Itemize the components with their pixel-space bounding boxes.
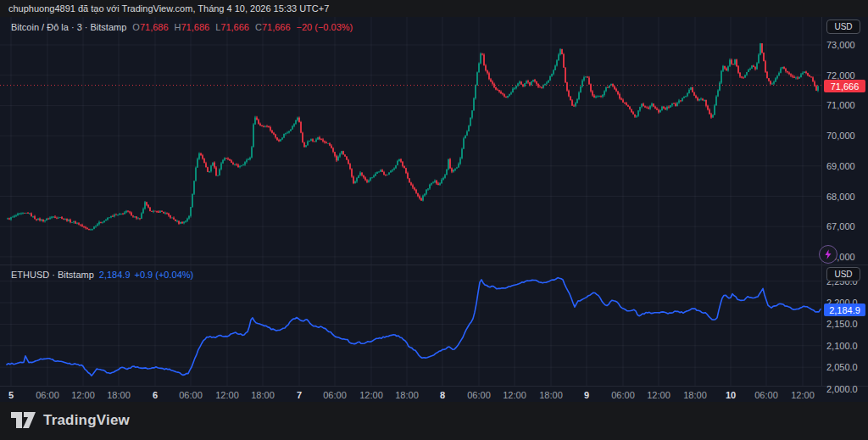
tradingview-logo[interactable]: TradingView bbox=[10, 411, 130, 429]
btc-symbol-title: Bitcoin / Đô la · 3 · Bitstamp bbox=[11, 22, 126, 32]
time-axis-label: 06:00 bbox=[323, 390, 347, 400]
btc-change: −20 (−0.03%) bbox=[297, 22, 353, 32]
time-axis-label: 8 bbox=[440, 390, 445, 400]
eth-legend[interactable]: ETHUSD · Bitstamp2,184.9+0.9 (+0.04%) bbox=[11, 270, 193, 280]
close-label: C bbox=[255, 22, 262, 32]
tradingview-wordmark: TradingView bbox=[43, 412, 130, 429]
time-axis-label: 9 bbox=[584, 390, 589, 400]
time-axis-label: 10 bbox=[726, 390, 736, 400]
eth-last-value: 2,184.9 bbox=[99, 270, 131, 280]
time-axis-label: 18:00 bbox=[539, 390, 563, 400]
boost-button[interactable] bbox=[819, 245, 837, 264]
eth-price-axis-label: 2,100.0 bbox=[826, 341, 867, 351]
btc-candlestick-pane[interactable] bbox=[0, 17, 868, 265]
pane-divider[interactable] bbox=[0, 265, 868, 265]
high-value: 71,686 bbox=[181, 22, 210, 32]
eth-price-axis-label: 2,150.0 bbox=[826, 319, 867, 329]
tradingview-published-chart: chuphuong4891 đã tạo với TradingView.com… bbox=[0, 0, 868, 440]
chart-widget[interactable]: Bitcoin / Đô la · 3 · BitstampO71,686H71… bbox=[0, 17, 868, 402]
eth-symbol-title: ETHUSD · Bitstamp bbox=[11, 270, 94, 280]
close-value: 71,666 bbox=[262, 22, 291, 32]
eth-price-axis-label: 2,000.0 bbox=[826, 384, 867, 394]
btc-legend[interactable]: Bitcoin / Đô la · 3 · BitstampO71,686H71… bbox=[11, 22, 353, 32]
open-value: 71,686 bbox=[140, 22, 169, 32]
eth-line-pane[interactable] bbox=[0, 265, 868, 386]
time-axis-label: 7 bbox=[297, 390, 302, 400]
time-axis-label: 06:00 bbox=[611, 390, 635, 400]
open-label: O bbox=[132, 22, 140, 32]
time-axis-label: 12:00 bbox=[215, 390, 239, 400]
time-axis-label: 18:00 bbox=[683, 390, 707, 400]
time-axis-label: 12:00 bbox=[791, 390, 815, 400]
time-axis-divider bbox=[0, 386, 868, 387]
time-axis-label: 18:00 bbox=[395, 390, 419, 400]
tradingview-logo-mark bbox=[10, 411, 36, 429]
time-axis-label: 12:00 bbox=[647, 390, 670, 400]
btc-candlestick-chart bbox=[0, 17, 868, 265]
attribution-bar: chuphuong4891 đã tạo với TradingView.com… bbox=[0, 0, 868, 17]
time-axis-label: 18:00 bbox=[107, 390, 131, 400]
btc-price-axis-label: 71,000 bbox=[826, 100, 867, 110]
time-axis-label: 6 bbox=[153, 390, 158, 400]
btc-price-axis-label: 67,000 bbox=[826, 221, 867, 231]
footer-bar: TradingView bbox=[0, 402, 868, 440]
eth-last-price-badge: 2,184.9 bbox=[824, 304, 865, 316]
btc-price-axis-label: 68,000 bbox=[826, 192, 867, 202]
btc-price-axis-label: 69,000 bbox=[826, 161, 867, 171]
eth-line-chart bbox=[0, 265, 868, 386]
time-axis-label: 06:00 bbox=[36, 390, 59, 400]
attribution-text: chuphuong4891 đã tạo với TradingView.com… bbox=[8, 3, 329, 14]
time-axis-label: 06:00 bbox=[754, 390, 778, 400]
time-axis-label: 5 bbox=[8, 390, 14, 400]
eth-currency-toggle-usd[interactable]: USD bbox=[826, 267, 860, 281]
low-value: 71,666 bbox=[220, 22, 249, 32]
time-axis-label: 12:00 bbox=[359, 390, 383, 400]
btc-price-axis-label: 73,000 bbox=[826, 40, 867, 50]
time-axis-label: 12:00 bbox=[71, 390, 95, 400]
time-axis-label: 06:00 bbox=[467, 390, 491, 400]
btc-last-price-badge: 71,666 bbox=[824, 80, 865, 92]
price-axis-divider bbox=[821, 17, 822, 386]
time-axis-label: 12:00 bbox=[503, 390, 526, 400]
eth-change: +0.9 (+0.04%) bbox=[135, 270, 194, 280]
high-label: H bbox=[175, 22, 181, 32]
lightning-icon bbox=[822, 248, 834, 260]
btc-price-axis-label: 70,000 bbox=[826, 131, 867, 141]
eth-price-axis-label: 2,050.0 bbox=[826, 362, 867, 372]
time-axis-label: 06:00 bbox=[179, 390, 203, 400]
btc-currency-toggle-usd[interactable]: USD bbox=[826, 19, 860, 34]
time-axis-label: 18:00 bbox=[251, 390, 275, 400]
